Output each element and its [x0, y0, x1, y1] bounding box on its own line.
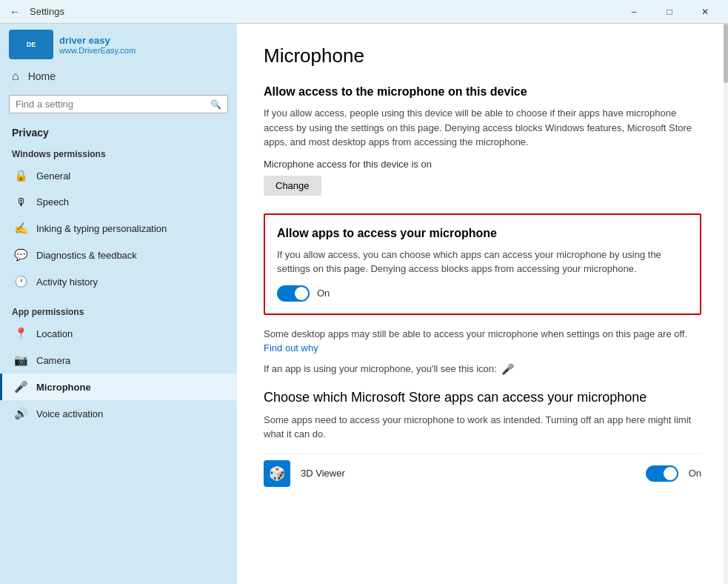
section1-description: If you allow access, people using this d…	[264, 106, 701, 150]
device-access-status: Microphone access for this device is on	[264, 159, 701, 170]
sidebar-item-diagnostics-label: Diagnostics & feedback	[36, 250, 137, 261]
back-button[interactable]: ←	[6, 3, 24, 21]
sidebar-item-speech-label: Speech	[36, 196, 69, 208]
sidebar-item-diagnostics[interactable]: 💬 Diagnostics & feedback	[0, 242, 237, 268]
app-toggle-3dviewer[interactable]	[646, 465, 678, 482]
watermark: DE driver easy www.DriverEasy.com	[0, 24, 237, 62]
app-access-toggle-label: On	[317, 288, 330, 299]
sidebar-item-voice[interactable]: 🔊 Voice activation	[0, 400, 237, 427]
section2-title: Allow apps to access your microphone	[277, 227, 688, 240]
mic-inline-icon: 🎤	[501, 363, 514, 375]
change-button[interactable]: Change	[264, 176, 321, 196]
search-input[interactable]	[16, 99, 206, 110]
speech-icon: 🎙	[14, 196, 27, 208]
app-name-3dviewer: 3D Viewer	[301, 468, 635, 479]
sidebar-item-microphone-label: Microphone	[36, 382, 91, 393]
close-button[interactable]: ✕	[688, 0, 722, 24]
voice-icon: 🔊	[14, 407, 27, 420]
sidebar-item-inking-label: Inking & typing personalization	[36, 223, 167, 234]
content-area: Microphone Allow access to the microphon…	[237, 24, 728, 584]
sidebar-item-general-label: General	[36, 170, 70, 182]
app-access-toggle-row: On	[277, 285, 688, 302]
microphone-icon: 🎤	[14, 380, 27, 394]
privacy-heading: Privacy	[0, 118, 237, 143]
windows-permissions-label: Windows permissions	[0, 143, 237, 162]
sidebar-item-activity[interactable]: 🕐 Activity history	[0, 268, 237, 295]
scrollbar-track[interactable]	[724, 24, 728, 584]
search-icon: 🔍	[210, 99, 221, 110]
sidebar-item-camera-label: Camera	[36, 355, 70, 366]
device-access-section: Allow access to the microphone on this d…	[264, 85, 701, 213]
sidebar-item-speech[interactable]: 🎙 Speech	[0, 189, 237, 215]
find-out-link[interactable]: Find out why	[264, 342, 318, 354]
watermark-logo: DE	[9, 30, 53, 59]
search-box[interactable]: 🔍	[9, 95, 228, 113]
sidebar-item-inking[interactable]: ✍ Inking & typing personalization	[0, 215, 237, 242]
diagnostics-icon: 💬	[14, 248, 27, 262]
camera-icon: 📷	[14, 354, 27, 367]
app-row-3dviewer: 🎲 3D Viewer On	[264, 454, 701, 493]
desktop-apps-note: Some desktop apps may still be able to a…	[264, 327, 701, 356]
titlebar: ← Settings – □ ✕	[0, 0, 728, 24]
titlebar-title: Settings	[30, 6, 64, 17]
store-apps-section: Choose which Microsoft Store apps can ac…	[264, 390, 701, 442]
window-controls: – □ ✕	[617, 0, 722, 24]
sidebar-item-microphone[interactable]: 🎤 Microphone	[0, 374, 237, 400]
home-label: Home	[28, 70, 56, 82]
lock-icon: 🔒	[14, 169, 27, 182]
app-toggle-label-3dviewer: On	[689, 468, 701, 479]
app-icon-3dviewer: 🎲	[264, 460, 290, 487]
home-icon: ⌂	[12, 70, 19, 83]
maximize-button[interactable]: □	[652, 0, 687, 24]
activity-icon: 🕐	[14, 275, 27, 288]
app-access-section: Allow apps to access your microphone If …	[264, 213, 701, 315]
section2-description: If you allow access, you can choose whic…	[277, 248, 688, 276]
sidebar-item-general[interactable]: 🔒 General	[0, 162, 237, 189]
sidebar-item-location-label: Location	[36, 328, 73, 339]
section1-title: Allow access to the microphone on this d…	[264, 85, 701, 99]
sidebar-item-activity-label: Activity history	[36, 276, 98, 288]
section3-title: Choose which Microsoft Store apps can ac…	[264, 390, 701, 405]
inking-icon: ✍	[14, 222, 27, 235]
sidebar-item-location[interactable]: 📍 Location	[0, 320, 237, 347]
icon-note: If an app is using your microphone, you'…	[264, 363, 701, 375]
page-title: Microphone	[264, 44, 701, 67]
minimize-button[interactable]: –	[617, 0, 651, 24]
main-container: DE driver easy www.DriverEasy.com ⌂ Home…	[0, 24, 728, 584]
scrollbar-thumb[interactable]	[724, 24, 728, 83]
app-permissions-label: App permissions	[0, 301, 237, 320]
sidebar-item-camera[interactable]: 📷 Camera	[0, 347, 237, 374]
brand-name: driver easy	[59, 35, 136, 46]
section3-description: Some apps need to access your microphone…	[264, 413, 701, 442]
sidebar-item-voice-label: Voice activation	[36, 408, 103, 419]
sidebar: DE driver easy www.DriverEasy.com ⌂ Home…	[0, 24, 237, 584]
app-access-toggle[interactable]	[277, 285, 310, 302]
location-icon: 📍	[14, 327, 27, 340]
watermark-url: www.DriverEasy.com	[59, 46, 136, 55]
home-nav-item[interactable]: ⌂ Home	[0, 62, 237, 90]
